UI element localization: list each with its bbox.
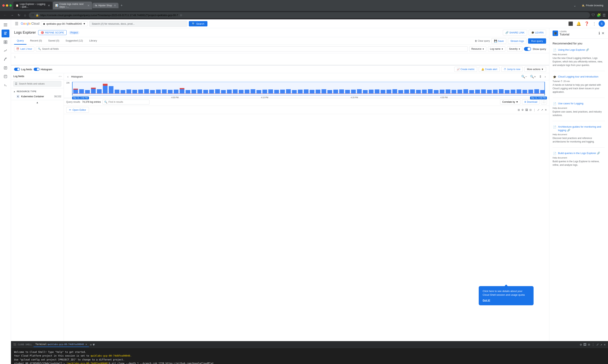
tab-close-btn[interactable]: ✕	[87, 4, 90, 7]
layout-icon[interactable]: ⊟	[529, 108, 532, 111]
tab-overflow-btn[interactable]: ⌄	[572, 2, 578, 8]
more-actions-btn[interactable]: More actions ▼	[524, 67, 546, 72]
home-btn[interactable]: ⌂	[23, 13, 27, 18]
minimize-window-btn[interactable]	[6, 4, 8, 7]
help-icon[interactable]: ❓	[583, 21, 590, 27]
histogram-expand-btn[interactable]: ⇕	[538, 74, 543, 79]
user-avatar[interactable]: S	[599, 21, 605, 27]
save-btn[interactable]: 💾 Save	[491, 38, 506, 44]
tutorial-close-btn[interactable]: ✕	[601, 31, 605, 36]
shell-layout-icon[interactable]: ⊟	[588, 343, 590, 346]
tutorial-item-3-title[interactable]: Use cases for Logging	[558, 102, 583, 105]
table-view-icon[interactable]: ⊞	[518, 108, 520, 111]
find-results-input[interactable]	[108, 101, 148, 103]
shell-image-icon[interactable]: 🖼	[583, 343, 586, 346]
create-alert-btn[interactable]: 🔔 Create alert	[479, 67, 500, 72]
shell-settings-icon[interactable]: ⚙	[580, 343, 582, 346]
sidebar-item-metrics[interactable]	[1, 47, 9, 55]
image-icon[interactable]: 🖼	[525, 108, 528, 111]
tab-x-btn[interactable]: ✕	[85, 343, 87, 346]
histogram-next-btn[interactable]: ›	[543, 75, 547, 79]
forward-btn[interactable]: →	[9, 13, 15, 18]
expand-results-btn[interactable]: ⛶	[541, 99, 547, 104]
tab-recent[interactable]: Recent (0)	[27, 37, 45, 45]
search-button[interactable]: 🔍 Search	[189, 21, 207, 26]
browser-tab-logs-explorer[interactable]: 📋 Logs Explorer – Logging – qwik... ✕	[13, 1, 53, 9]
time-filter-btn[interactable]: ⏰ Last 1 hour	[14, 46, 34, 52]
tab-library[interactable]: Library	[86, 37, 100, 45]
shell-tab-options-btn[interactable]: ▼	[93, 342, 95, 347]
close-panel-icon[interactable]: ✕	[545, 108, 547, 111]
open-editor-btn[interactable]: ✏ Open Editor	[66, 107, 89, 113]
expand-icon[interactable]: ›	[61, 75, 61, 78]
maximize-window-btn[interactable]	[9, 4, 12, 7]
sidebar-item-logs[interactable]	[1, 29, 9, 37]
bookmark-icon[interactable]: ☆	[180, 13, 182, 17]
find-in-results[interactable]: 🔍	[102, 100, 149, 104]
expand-icon[interactable]: ⤢	[537, 108, 540, 111]
jump-to-now-btn[interactable]: ⏱ Jump to now	[501, 67, 523, 72]
sidebar-item-tools[interactable]	[1, 55, 9, 63]
close-window-btn[interactable]	[2, 4, 5, 7]
sidebar-item-dashboard[interactable]	[1, 38, 9, 46]
collapse-section-icon[interactable]: ▲	[36, 101, 39, 104]
shell-tab-terminal[interactable]: Terminal qwiklabs-gcp-00-74d8fea90040 ✕	[33, 342, 89, 347]
collapse-icon[interactable]: ‹	[59, 75, 60, 78]
shell-external-icon[interactable]: ↗	[600, 343, 602, 346]
extensions-icon[interactable]: 🧩	[597, 13, 601, 17]
tutorial-item-5-title[interactable]: Build queries in the Logs Explorer 🔗	[558, 152, 600, 155]
resource-filter-chip[interactable]: Resource ▼	[469, 46, 486, 52]
sidebar-item-logs2[interactable]	[1, 64, 9, 72]
shell-add-tab-btn[interactable]: +	[90, 342, 92, 347]
clear-query-btn[interactable]: 🗑 Clear query	[475, 39, 490, 42]
external-link-icon[interactable]: ↗	[541, 108, 543, 111]
tab-suggested[interactable]: Suggested (12)	[63, 37, 86, 45]
shell-expand-icon[interactable]: ⤢	[596, 343, 599, 346]
shell-tab-close-btn[interactable]: qwiklabs-gcp-00-74d8fea90040	[48, 343, 84, 346]
resource-item-kubernetes[interactable]: K Kubernetes Container 38,532	[11, 94, 64, 99]
refine-scope-btn[interactable]: 🎯 REFINE SCOPE	[38, 30, 67, 35]
tutorial-item-2-title[interactable]: Cloud Logging tour and introduction	[558, 75, 598, 78]
tab-query[interactable]: Query	[14, 37, 27, 45]
browser-tab-metric[interactable]: 📊 Create logs metric next steps –... ✕	[53, 1, 92, 9]
share-link-btn[interactable]: 🔗 SHARE LINK	[503, 30, 527, 35]
histogram-prev-btn[interactable]: ‹	[66, 75, 69, 79]
new-tab-btn[interactable]: +	[119, 3, 124, 8]
show-query-toggle-switch[interactable]	[524, 47, 531, 51]
search-bar[interactable]: Search (//) for resources, docs, prod...	[89, 21, 187, 27]
tutorial-info-btn[interactable]: ℹ	[598, 31, 600, 36]
sidebar-item-query[interactable]	[1, 73, 9, 80]
tutorial-item-1-title[interactable]: Using the Logs Explorer 🔗	[558, 48, 589, 52]
query-editor[interactable]: 1	[11, 53, 549, 65]
tab-saved[interactable]: Saved (0)	[45, 37, 62, 45]
address-bar[interactable]: 🛡 🔒 https://console.cloud.google.com/log…	[29, 12, 590, 18]
search-all-fields[interactable]: 🔍 Search all fields	[36, 46, 468, 52]
browser-tab-hipster[interactable]: 🛍 Hipster Shop ✕	[93, 3, 119, 8]
shell-close-icon[interactable]: ✕	[604, 343, 606, 346]
refresh-btn[interactable]: ↻	[16, 13, 21, 18]
shield-icon[interactable]: 🛡	[592, 13, 595, 17]
cloudshell-icon[interactable]: ⬛	[567, 21, 574, 27]
learn-btn[interactable]: 🎓 LEARN	[529, 30, 546, 35]
shell-more-icon[interactable]: ⋮	[592, 343, 595, 346]
settings-icon[interactable]: ⚙	[521, 108, 524, 111]
hamburger-menu[interactable]: ☰	[14, 21, 19, 27]
back-btn[interactable]: ←	[2, 13, 8, 18]
settings-icon[interactable]: ⋮	[592, 21, 597, 27]
tab-close-btn[interactable]: ✕	[48, 4, 50, 7]
zoom-in-btn[interactable]: 🔍+	[529, 74, 537, 79]
tab-close-btn[interactable]: ✕	[114, 4, 116, 7]
zoom-out-btn[interactable]: 🔍−	[520, 74, 528, 79]
tutorial-item-4-title[interactable]: Architecture guides for monitoring and l…	[558, 125, 605, 132]
sidebar-item-menu[interactable]	[1, 21, 9, 29]
stream-logs-btn[interactable]: Stream logs	[508, 38, 527, 44]
project-selector[interactable]: ◆ qwiklabs-gcp-00-74d8fea90040 ▼	[41, 21, 88, 26]
sidebar-item-terminal[interactable]	[1, 81, 9, 89]
create-metric-btn[interactable]: 📈 Create metric	[454, 67, 477, 72]
log-name-filter-chip[interactable]: Log name ▼	[488, 46, 505, 52]
histogram-toggle-switch[interactable]	[34, 68, 40, 71]
search-fields-input[interactable]	[13, 81, 61, 87]
log-fields-toggle-switch[interactable]	[14, 68, 20, 71]
correlate-by-btn[interactable]: Correlate by ▼	[500, 99, 520, 104]
download-btn[interactable]: ⬇ Download	[522, 99, 540, 104]
